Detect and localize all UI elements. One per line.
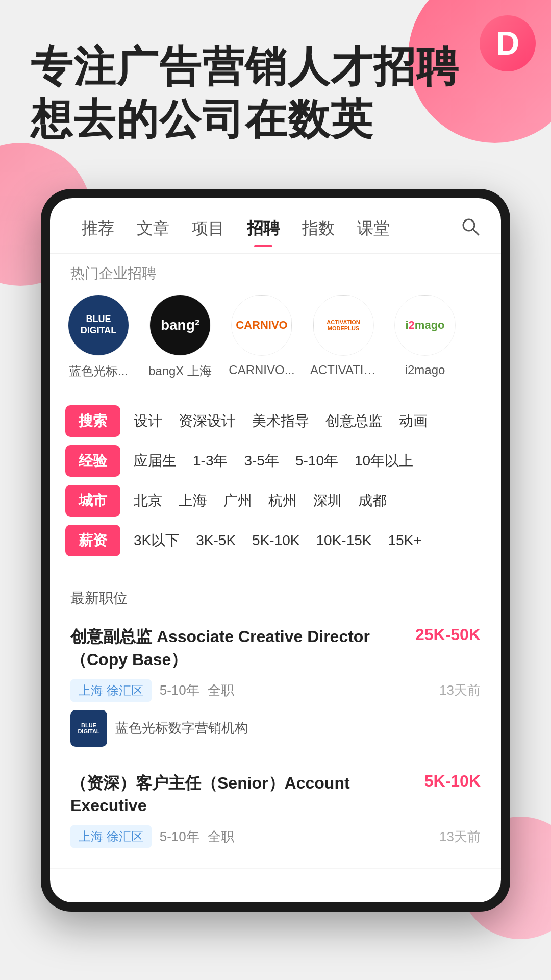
company-item-i2mago[interactable]: i2mago i2mago [392,295,458,379]
hero-title: 专注广告营销人才招聘 想去的公司在数英 [31,41,459,145]
job-card-2[interactable]: （资深）客户主任（Senior）Account Executive 5K-10K… [50,760,501,869]
job-card-1-company-logo: BLUEDIGITAL [70,710,107,747]
filter-option-shenzhen[interactable]: 深圳 [310,491,345,510]
filter-option-3-5[interactable]: 3-5年 [241,451,282,471]
company-item-activation[interactable]: ACTIVATION MODEPLUS ACTIVATIO... [310,295,377,379]
company-item-bangx[interactable]: bang² bangX 上海 [147,295,213,379]
company-logo-i2mago: i2mago [394,295,456,356]
nav-bar: 推荐 文章 项目 招聘 指数 课堂 [50,198,501,254]
phone-frame: 推荐 文章 项目 招聘 指数 课堂 热门企业招聘 [41,189,510,912]
phone-mockup: 推荐 文章 项目 招聘 指数 课堂 热门企业招聘 [41,189,510,912]
app-logo-badge: D [480,15,536,71]
company-item-blue-digital[interactable]: BLUEDIGITAL 蓝色光标... [65,295,132,379]
filter-option-3k-below[interactable]: 3K以下 [131,531,183,550]
filter-option-10plus[interactable]: 10年以上 [352,451,416,471]
logo-letter: D [496,24,519,62]
job-card-2-meta: 上海 徐汇区 5-10年 全职 13天前 [70,825,481,848]
job-card-2-title-row: （资深）客户主任（Senior）Account Executive 5K-10K [70,772,481,818]
company-logo-activation: ACTIVATION MODEPLUS [313,295,374,356]
job-card-2-salary: 5K-10K [424,772,481,791]
filter-option-10k-15k[interactable]: 10K-15K [313,532,374,549]
svg-line-1 [473,230,479,235]
nav-item-jobs[interactable]: 招聘 [236,212,291,245]
divider-1 [65,395,486,395]
job-card-1-meta: 上海 徐汇区 5-10年 全职 13天前 [70,679,481,702]
svg-point-0 [463,219,474,231]
nav-item-index[interactable]: 指数 [291,212,346,245]
job-card-1-posted: 13天前 [439,681,481,699]
phone-screen: 推荐 文章 项目 招聘 指数 课堂 热门企业招聘 [50,198,501,902]
company-name-carnivo: CARNIVO... [229,363,294,377]
filter-row-experience: 经验 应届生 1-3年 3-5年 5-10年 10年以上 [65,445,486,477]
job-card-1-type: 全职 [208,681,234,699]
filter-section: 搜索 设计 资深设计 美术指导 创意总监 动画 经验 应届生 1-3年 3-5年… [50,400,501,570]
divider-2 [65,575,486,575]
hot-companies-label: 热门企业招聘 [50,254,501,289]
filter-option-1-3[interactable]: 1-3年 [190,451,231,471]
filter-option-guangzhou[interactable]: 广州 [220,491,255,510]
nav-item-article[interactable]: 文章 [126,212,181,245]
filter-option-15k-plus[interactable]: 15K+ [385,532,424,549]
job-card-1-title: 创意副总监 Associate Creative Director（Copy B… [70,625,407,671]
search-icon[interactable] [460,216,481,241]
filter-option-5k-10k[interactable]: 5K-10K [249,532,303,549]
job-card-1-company-name: 蓝色光标数字营销机构 [115,719,248,737]
nav-item-project[interactable]: 项目 [181,212,236,245]
filter-option-senior-design[interactable]: 资深设计 [176,411,239,431]
filter-option-5-10[interactable]: 5-10年 [292,451,341,471]
filter-tag-city[interactable]: 城市 [65,485,120,517]
filter-option-hangzhou[interactable]: 杭州 [265,491,300,510]
job-card-2-type: 全职 [208,828,234,846]
company-logo-bangx: bang² [149,295,211,356]
filter-option-design[interactable]: 设计 [131,411,165,431]
company-name-bangx: bangX 上海 [148,363,212,379]
filter-tag-search[interactable]: 搜索 [65,405,120,437]
job-card-2-location: 上海 徐汇区 [70,825,152,848]
filter-option-animation[interactable]: 动画 [396,411,431,431]
job-card-1-location: 上海 徐汇区 [70,679,152,702]
nav-item-course[interactable]: 课堂 [346,212,401,245]
filter-option-creative-director[interactable]: 创意总监 [322,411,386,431]
job-card-2-title: （资深）客户主任（Senior）Account Executive [70,772,416,818]
filter-option-art-director[interactable]: 美术指导 [249,411,312,431]
company-logo-blue-digital: BLUEDIGITAL [68,295,129,356]
job-card-1-salary: 25K-50K [415,625,481,644]
job-card-2-experience: 5-10年 [160,828,199,846]
company-row: BLUEDIGITAL 蓝色光标... bang² bangX 上海 CARNI… [50,289,501,389]
filter-tag-experience[interactable]: 经验 [65,445,120,477]
nav-item-recommend[interactable]: 推荐 [70,212,126,245]
job-card-1-title-row: 创意副总监 Associate Creative Director（Copy B… [70,625,481,671]
filter-option-beijing[interactable]: 北京 [131,491,165,510]
job-card-1-company: BLUEDIGITAL 蓝色光标数字营销机构 [70,710,481,747]
filter-option-3k-5k[interactable]: 3K-5K [193,532,239,549]
company-name-activation: ACTIVATIO... [310,363,377,377]
filter-row-city: 城市 北京 上海 广州 杭州 深圳 成都 [65,485,486,517]
filter-option-fresh[interactable]: 应届生 [131,451,180,471]
job-card-1[interactable]: 创意副总监 Associate Creative Director（Copy B… [50,613,501,760]
company-name-blue-digital: 蓝色光标... [69,363,128,379]
filter-tag-salary[interactable]: 薪资 [65,525,120,556]
company-item-carnivo[interactable]: CARNIVO CARNIVO... [229,295,295,379]
job-card-2-posted: 13天前 [439,828,481,846]
job-card-1-experience: 5-10年 [160,681,199,699]
filter-row-search: 搜索 设计 资深设计 美术指导 创意总监 动画 [65,405,486,437]
company-logo-carnivo: CARNIVO [231,295,292,356]
company-name-i2mago: i2mago [405,363,445,377]
latest-jobs-label: 最新职位 [50,580,501,613]
filter-option-shanghai[interactable]: 上海 [176,491,210,510]
filter-row-salary: 薪资 3K以下 3K-5K 5K-10K 10K-15K 15K+ [65,525,486,556]
hero-section: 专注广告营销人才招聘 想去的公司在数英 [31,41,459,145]
filter-option-chengdu[interactable]: 成都 [355,491,390,510]
